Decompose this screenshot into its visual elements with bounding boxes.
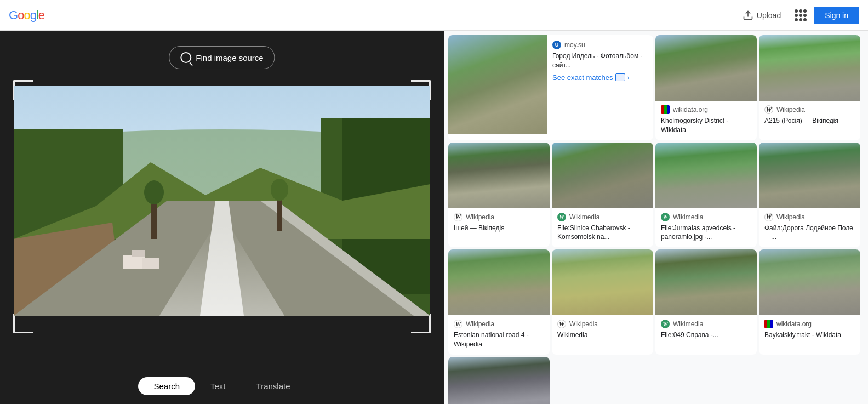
result-card-8[interactable]: W Wikipedia Estonian national road 4 - W… (448, 249, 550, 355)
source-row-4: W Wikipedia (454, 213, 544, 221)
arrow-right-icon: › (627, 73, 630, 82)
result-card-12[interactable]: W Wikimedia File:Stopiņu pagasts, Stopiņ… (448, 357, 550, 404)
result-image-11 (759, 249, 860, 315)
source-name-9: Wikipedia (569, 320, 598, 328)
svg-rect-12 (132, 250, 145, 257)
result-image-3 (759, 35, 860, 101)
result-info-6: W Wikimedia File:Jurmalas apvedcels - pa… (655, 208, 757, 248)
source-row-8: W Wikipedia (454, 320, 544, 328)
apps-button[interactable] (794, 9, 807, 22)
favicon-wikimedia-6: W (661, 213, 670, 221)
tab-translate[interactable]: Translate (241, 377, 306, 395)
result-card-11[interactable]: wikidata.org Baykalskiy trakt - Wikidata (759, 249, 860, 355)
favicon-wikimedia-5: W (557, 213, 566, 221)
result-info-8: W Wikipedia Estonian national road 4 - W… (448, 315, 550, 355)
result-card-1[interactable]: U moy.su Город Ивдель - Фотоальбом - сай… (448, 35, 653, 140)
result-image-7 (759, 143, 860, 208)
uploaded-image (14, 86, 430, 316)
card-title-8: Estonian national road 4 - Wikipedia (454, 331, 544, 349)
svg-point-15 (144, 180, 164, 204)
right-panel[interactable]: U moy.su Город Ивдель - Фотоальбом - сай… (444, 31, 868, 404)
tab-search[interactable]: Search (138, 377, 195, 395)
result-image-4 (448, 143, 550, 208)
result-image-9 (552, 249, 653, 315)
favicon-wikimedia-10: W (661, 320, 670, 328)
result-image-5 (552, 143, 653, 208)
see-exact-label: See exact matches (552, 73, 613, 82)
source-row-3: W Wikipedia (764, 105, 855, 114)
result-info-4: W Wikipedia Ішей — Вікіпедія (448, 208, 550, 238)
favicon-wiki-9: W (557, 320, 566, 328)
card-title-6: File:Jurmalas apvedcels - panoramio.jpg … (661, 224, 751, 242)
result-info-9: W Wikipedia Wikimedia (552, 315, 653, 345)
card-title-1: Город Ивдель - Фотоальбом - сайт... (552, 52, 648, 70)
find-image-label: Find image source (196, 53, 263, 62)
card-title-5: File:Silnice Chabarovsk - Komsomolsk na.… (557, 224, 648, 242)
result-info-7: W Wikipedia Файл:Дорога Лодейное Поле —.… (759, 208, 860, 248)
google-logo: Google (9, 8, 44, 22)
result-card-3[interactable]: W Wikipedia A215 (Росія) — Вікіпедія (759, 35, 860, 140)
card-title-3: A215 (Росія) — Вікіпедія (764, 116, 855, 126)
lens-icon (180, 52, 191, 63)
bottom-tabs: Search Text Translate (0, 371, 444, 404)
favicon-moy: U (552, 41, 561, 49)
source-name-6: Wikimedia (673, 213, 703, 221)
result-info-2: wikidata.org Kholmogorsky District - Wik… (655, 101, 757, 140)
source-row-10: W Wikimedia (661, 320, 751, 328)
source-name-11: wikidata.org (776, 320, 812, 328)
source-name-10: Wikimedia (673, 320, 703, 328)
result-card-2[interactable]: wikidata.org Kholmogorsky District - Wik… (655, 35, 757, 140)
apps-grid-icon (795, 9, 807, 21)
result-card-6[interactable]: W Wikimedia File:Jurmalas apvedcels - pa… (655, 143, 757, 248)
upload-icon (743, 10, 753, 21)
favicon-wiki-8: W (454, 320, 462, 328)
result-info-1: U moy.su Город Ивдель - Фотоальбом - сай… (547, 35, 653, 140)
source-name-4: Wikipedia (466, 213, 494, 221)
upload-button[interactable]: Upload (736, 5, 787, 25)
result-card-9[interactable]: W Wikipedia Wikimedia (552, 249, 653, 355)
favicon-wikidata-11 (764, 320, 773, 328)
see-exact-matches-link[interactable]: See exact matches › (552, 73, 648, 82)
result-card-7[interactable]: W Wikipedia Файл:Дорога Лодейное Поле —.… (759, 143, 860, 248)
result-image-10 (655, 249, 757, 315)
source-name-1: moy.su (564, 41, 585, 49)
source-row-7: W Wikipedia (764, 213, 855, 221)
source-row-9: W Wikipedia (557, 320, 648, 328)
result-image-8 (448, 249, 550, 315)
result-info-10: W Wikimedia File:049 Справа -... (655, 315, 757, 345)
result-image-2 (655, 35, 757, 101)
svg-rect-11 (123, 255, 145, 269)
results-grid: U moy.su Город Ивдель - Фотоальбом - сай… (448, 35, 864, 404)
card-title-4: Ішей — Вікіпедія (454, 224, 544, 233)
left-panel: Find image source (0, 31, 444, 404)
tab-text[interactable]: Text (195, 377, 241, 395)
source-row-5: W Wikimedia (557, 213, 648, 221)
upload-label: Upload (757, 11, 781, 20)
favicon-wikidata-2 (661, 105, 670, 114)
source-row-2: wikidata.org (661, 105, 751, 114)
small-image-icon (615, 73, 625, 81)
result-info-3: W Wikipedia A215 (Росія) — Вікіпедія (759, 101, 860, 131)
corner-bracket-bl (13, 314, 33, 333)
result-card-10[interactable]: W Wikimedia File:049 Справа -... (655, 249, 757, 355)
result-card-5[interactable]: W Wikimedia File:Silnice Chabarovsk - Ko… (552, 143, 653, 248)
card-title-9: Wikimedia (557, 331, 648, 340)
source-row-11: wikidata.org (764, 320, 855, 328)
main-layout: Find image source (0, 31, 868, 404)
card-title-7: Файл:Дорога Лодейное Поле —... (764, 224, 855, 242)
result-image-12 (448, 357, 550, 404)
source-row-6: W Wikimedia (661, 213, 751, 221)
result-card-4[interactable]: W Wikipedia Ішей — Вікіпедія (448, 143, 550, 248)
favicon-wiki-3: W (764, 105, 773, 114)
source-name-7: Wikipedia (776, 213, 805, 221)
source-name-8: Wikipedia (466, 320, 494, 328)
find-image-source-button[interactable]: Find image source (169, 46, 275, 69)
result-info-5: W Wikimedia File:Silnice Chabarovsk - Ko… (552, 208, 653, 248)
card-title-2: Kholmogorsky District - Wikidata (661, 116, 751, 135)
result-image-1 (448, 35, 547, 140)
favicon-wiki-4: W (454, 213, 462, 221)
sign-in-button[interactable]: Sign in (814, 7, 859, 24)
header: Google Upload Sign in (0, 0, 868, 31)
card-title-10: File:049 Справа -... (661, 331, 751, 340)
header-actions: Upload Sign in (736, 5, 859, 25)
